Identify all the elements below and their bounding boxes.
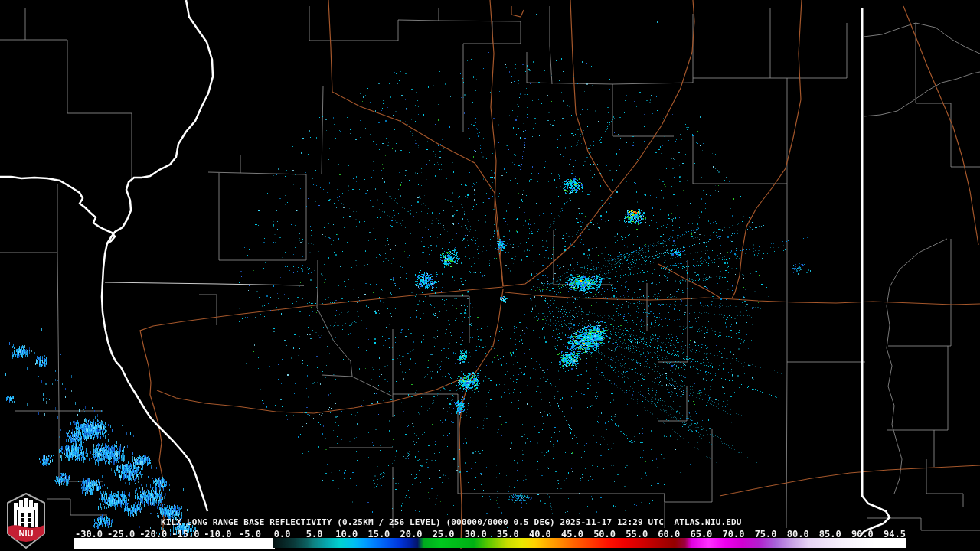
radar-viewer: NIU KILX LONG RANGE BASE REFLECTIVITY (0…	[0, 0, 980, 551]
niu-logo-text: NIU	[19, 529, 34, 538]
niu-logo: NIU	[5, 493, 47, 549]
colorbar-gradient-segment	[273, 538, 906, 548]
radar-map-canvas	[0, 0, 980, 551]
colorbar-below-zero-segment	[74, 538, 275, 549]
map-title: KILX LONG RANGE BASE REFLECTIVITY (0.25K…	[161, 517, 742, 527]
